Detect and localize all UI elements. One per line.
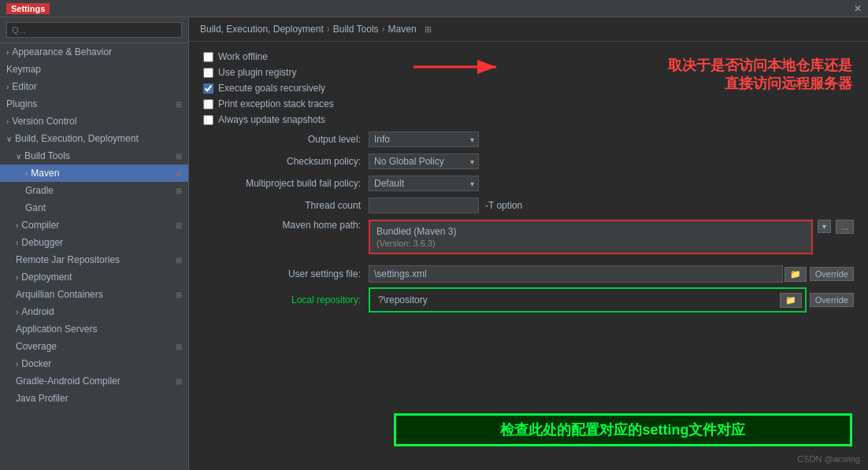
checkbox-always-update[interactable] [203, 115, 213, 125]
breadcrumb-sep-0: › [327, 24, 330, 35]
local-repo-box: 📁 [369, 287, 807, 313]
sidebar-label-appearance: Appearance & Behavior [12, 46, 112, 57]
local-repo-override-btn[interactable]: Override [810, 293, 854, 307]
main-layout: › Appearance & BehaviorKeymap› EditorPlu… [0, 17, 868, 470]
edit-icon-build-tools: ⊞ [176, 152, 182, 161]
maven-home-box[interactable]: Bundled (Maven 3) (Version: 3.6.3) [369, 220, 813, 254]
maven-home-label: Maven home path: [203, 220, 369, 231]
sidebar-item-debugger[interactable]: › Debugger [0, 234, 188, 251]
sidebar-item-appearance[interactable]: › Appearance & Behavior [0, 43, 188, 61]
form-row-checksum-policy: Checksum policy:No Global PolicyStrictLa… [203, 154, 854, 169]
select-multiproject[interactable]: DefaultNeverAt EndAfter Current [369, 176, 479, 191]
user-settings-browse-btn[interactable]: 📁 [785, 267, 807, 282]
arrow-icon-build-exec-deploy: ∨ [6, 135, 12, 143]
sidebar-item-arquillian[interactable]: Arquillian Containers⊞ [0, 286, 188, 303]
user-settings-override-btn[interactable]: Override [810, 267, 854, 281]
sidebar-item-app-servers[interactable]: Application Servers [0, 320, 188, 338]
sidebar-label-build-exec-deploy: Build, Execution, Deployment [15, 133, 139, 144]
sidebar-label-debugger: Debugger [21, 237, 63, 248]
breadcrumb-edit-icon: ⊞ [425, 24, 432, 35]
select-wrapper-checksum-policy: No Global PolicyStrictLaxIgnore [369, 154, 479, 169]
sidebar-items-container: › Appearance & BehaviorKeymap› EditorPlu… [0, 43, 188, 407]
sidebar: › Appearance & BehaviorKeymap› EditorPlu… [0, 17, 189, 470]
sidebar-label-build-tools: Build Tools [24, 150, 70, 161]
checkbox-label-work-offline: Work offline [218, 51, 268, 62]
breadcrumb-part-1: Build Tools [333, 24, 379, 35]
local-repo-label: Local repository: [203, 294, 369, 305]
arrow-icon-docker: › [16, 360, 18, 368]
sidebar-label-editor: Editor [12, 81, 36, 92]
sidebar-label-docker: Docker [21, 358, 51, 369]
search-input[interactable] [6, 22, 182, 38]
sidebar-item-editor[interactable]: › Editor [0, 78, 188, 95]
sidebar-label-gant: Gant [25, 202, 46, 213]
maven-home-browse-btn[interactable]: ... [836, 220, 854, 234]
content-area: Build, Execution, Deployment › Build Too… [189, 17, 868, 470]
sidebar-item-android[interactable]: › Android [0, 303, 188, 320]
input-suffix-thread-count: -T option [485, 200, 522, 211]
checkbox-row-always-update: Always update snapshots [203, 114, 854, 125]
sidebar-item-build-exec-deploy[interactable]: ∨ Build, Execution, Deployment [0, 130, 188, 147]
form-label-multiproject: Multiproject build fail policy: [203, 178, 369, 189]
settings-body: Work offlineUse plugin registryExecute g… [189, 42, 868, 470]
sidebar-item-compiler[interactable]: › Compiler⊞ [0, 216, 188, 234]
select-output-level[interactable]: InfoDebugWarningError [369, 131, 479, 147]
input-thread-count[interactable] [369, 198, 479, 213]
form-rows-container: Output level:InfoDebugWarningErrorChecks… [203, 131, 854, 213]
edit-icon-coverage: ⊞ [176, 342, 182, 351]
csdn-watermark: CSDN @acwing [797, 454, 860, 464]
arrow-icon-editor: › [6, 83, 9, 91]
local-repo-input[interactable] [373, 292, 778, 308]
sidebar-item-keymap[interactable]: Keymap [0, 61, 188, 78]
checkbox-work-offline[interactable] [203, 52, 213, 62]
select-wrapper-multiproject: DefaultNeverAt EndAfter Current [369, 176, 479, 191]
sidebar-item-remote-jar[interactable]: Remote Jar Repositories⊞ [0, 251, 188, 268]
settings-title: Settings [6, 3, 50, 14]
edit-icon-maven: ⊞ [176, 169, 182, 178]
arrow-icon-maven: › [25, 169, 28, 178]
sidebar-label-keymap: Keymap [6, 64, 41, 75]
checkbox-use-plugin-registry[interactable] [203, 68, 213, 78]
checkbox-print-exception[interactable] [203, 99, 213, 109]
sidebar-item-gradle[interactable]: Gradle⊞ [0, 182, 188, 199]
sidebar-item-build-tools[interactable]: ∨ Build Tools⊞ [0, 147, 188, 165]
maven-home-dropdown-btn[interactable]: ▾ [818, 220, 831, 233]
sidebar-item-java-profiler[interactable]: Java Profiler [0, 390, 188, 407]
checkbox-label-always-update: Always update snapshots [218, 114, 325, 125]
arrow-icon-appearance: › [6, 48, 9, 57]
breadcrumb: Build, Execution, Deployment › Build Too… [189, 17, 868, 42]
breadcrumb-sep-1: › [382, 24, 385, 35]
breadcrumb-part-0: Build, Execution, Deployment [200, 24, 324, 35]
edit-icon-remote-jar: ⊞ [176, 256, 182, 265]
sidebar-item-gant[interactable]: Gant [0, 199, 188, 216]
checkbox-execute-goals[interactable] [203, 83, 213, 94]
checkbox-label-use-plugin-registry: Use plugin registry [218, 67, 296, 78]
checkbox-label-execute-goals: Execute goals recursively [218, 83, 325, 94]
select-checksum-policy[interactable]: No Global PolicyStrictLaxIgnore [369, 154, 479, 169]
close-button[interactable]: ✕ [854, 3, 862, 14]
sidebar-label-arquillian: Arquillian Containers [16, 289, 103, 300]
sidebar-item-version-control[interactable]: › Version Control [0, 113, 188, 130]
maven-home-value: Bundled (Maven 3) [377, 226, 805, 237]
maven-home-row: Maven home path: Bundled (Maven 3) (Vers… [203, 220, 854, 259]
form-row-output-level: Output level:InfoDebugWarningError [203, 131, 854, 147]
sidebar-item-plugins[interactable]: Plugins⊞ [0, 95, 188, 113]
sidebar-item-gradle-android[interactable]: Gradle-Android Compiler⊞ [0, 372, 188, 390]
sidebar-item-deployment[interactable]: › Deployment [0, 268, 188, 286]
edit-icon-gradle: ⊞ [176, 187, 182, 195]
local-repo-browse-btn[interactable]: 📁 [780, 293, 802, 308]
edit-icon-arquillian: ⊞ [176, 291, 182, 299]
form-row-multiproject: Multiproject build fail policy:DefaultNe… [203, 176, 854, 191]
form-row-thread-count: Thread count-T option [203, 198, 854, 213]
sidebar-item-coverage[interactable]: Coverage⊞ [0, 338, 188, 355]
breadcrumb-part-2: Maven [388, 24, 417, 35]
sidebar-item-docker[interactable]: › Docker [0, 355, 188, 372]
annotation-green-text: 检查此处的配置对应的setting文件对应 [394, 413, 852, 446]
arrow-icon-debugger: › [16, 239, 18, 247]
arrow-icon-android: › [16, 308, 18, 316]
form-label-output-level: Output level: [203, 134, 369, 145]
user-settings-input[interactable] [369, 265, 783, 283]
arrow-icon-build-tools: ∨ [16, 152, 21, 161]
sidebar-item-maven[interactable]: › Maven⊞ [0, 165, 188, 182]
local-repo-row: Local repository: 📁 Override [203, 287, 854, 313]
